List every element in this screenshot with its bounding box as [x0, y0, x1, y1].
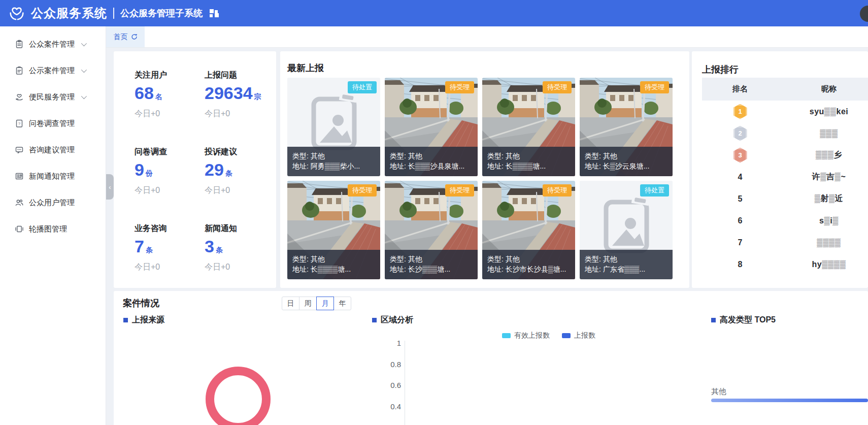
sidebar-menu-item[interactable]: 咨询建议管理: [0, 137, 106, 163]
stat-today-delta: 今日+0: [205, 185, 276, 196]
report-card[interactable]: 待处置 类型: 其他 地址: 广东省▒▒▒...: [580, 181, 673, 279]
y-tick-label: 1: [380, 339, 401, 347]
apps-grid-icon[interactable]: [210, 9, 218, 18]
menu-item-icon: [15, 224, 24, 234]
period-button[interactable]: 年: [333, 297, 351, 310]
report-card[interactable]: 待受理 类型: 其他 地址: 长▒▒▒沙县泉塘...: [385, 78, 478, 176]
app-sub-title: 公众服务管理子系统: [120, 7, 203, 19]
menu-item-label: 咨询建议管理: [29, 145, 75, 155]
legend-item[interactable]: 有效上报数: [502, 331, 550, 340]
stat-card: 新闻通知 3条 今日+0: [205, 223, 276, 273]
stat-card: 上报问题 29634宗 今日+0: [205, 70, 276, 119]
report-card[interactable]: 待受理 类型: 其他 地址: 长沙市长沙县▒塘...: [482, 181, 575, 279]
medal-bronze-icon: 3: [733, 148, 747, 163]
ranking-row[interactable]: 3 ▒▒▒乡: [702, 144, 868, 166]
stat-label: 业务咨询: [135, 223, 205, 234]
sidebar-collapse-handle[interactable]: ‹: [106, 174, 114, 200]
nickname-cell: syu▒▒kei: [778, 107, 868, 116]
sidebar-menu-item[interactable]: 公众用户管理: [0, 189, 106, 216]
stat-today-delta: 今日+0: [135, 185, 205, 196]
report-source-donut-chart: [206, 367, 271, 425]
stat-card: 关注用户 68名 今日+0: [135, 70, 205, 119]
region-chart-y-axis: [405, 341, 405, 425]
rank-cell: 5: [702, 194, 778, 204]
bullet-icon: [711, 318, 716, 322]
stat-today-delta: 今日+0: [205, 262, 276, 273]
nickname-cell: s▒i▒: [778, 216, 868, 225]
top5-category-label: 其他: [711, 387, 726, 397]
ranking-col-rank: 排名: [702, 84, 778, 94]
ranking-row[interactable]: 5 ▒射▒近: [702, 188, 868, 210]
status-badge: 待受理: [543, 184, 572, 197]
cases-panel: 案件情况 日周月年 上报来源 区域分析 有效上报数上报数 10.80.60.40…: [114, 291, 868, 425]
period-button[interactable]: 月: [316, 297, 334, 310]
refresh-icon[interactable]: [131, 34, 138, 40]
sidebar: 公众案件管理 公示案件管理 便民服务管理 问卷调查管理 咨询建议管理 新闻通知管…: [0, 26, 106, 425]
sidebar-menu-item[interactable]: 轮播图管理: [0, 216, 106, 242]
ranking-row[interactable]: 7 ▒▒▒▒: [702, 232, 868, 253]
menu-item-label: 公众案件管理: [29, 40, 75, 49]
y-tick-label: 0.2: [380, 423, 401, 425]
report-card-info: 类型: 其他 地址: 阿勇▒▒▒柴小...: [287, 147, 380, 176]
y-tick-label: 0.6: [380, 381, 401, 389]
chevron-down-icon: [81, 41, 87, 46]
ranking-row[interactable]: 8 hy▒▒▒▒: [702, 253, 868, 275]
y-tick-label: 0.4: [380, 402, 401, 411]
sidebar-menu-item[interactable]: 公众案件管理: [0, 31, 106, 57]
latest-reports-title: 最新上报: [287, 62, 324, 74]
stat-label: 关注用户: [135, 70, 205, 81]
medal-silver-icon: 2: [733, 126, 747, 141]
report-card-info: 类型: 其他 地址: 长沙市长沙县▒塘...: [482, 250, 575, 279]
nickname-cell: 许▒吉▒~: [778, 172, 868, 182]
tab-home[interactable]: 首页: [106, 26, 145, 47]
rank-cell: 6: [702, 216, 778, 225]
menu-item-label: 公示案件管理: [29, 66, 75, 76]
ranking-row[interactable]: 1 syu▒▒kei: [702, 101, 868, 122]
nickname-cell: ▒▒▒▒: [778, 238, 868, 247]
menu-item-label: 公众用户管理: [29, 198, 75, 208]
menu-item-icon: [15, 66, 24, 75]
report-card[interactable]: 待受理 类型: 其他 地址: 长▒▒▒▒塘...: [482, 78, 575, 176]
avatar[interactable]: [860, 6, 868, 22]
menu-item-label: 新闻通知管理: [29, 172, 75, 181]
sidebar-menu-item[interactable]: 新闻通知管理: [0, 163, 106, 189]
stat-value: 9份: [135, 160, 205, 183]
sidebar-menu-item[interactable]: 公示案件管理: [0, 57, 106, 84]
period-button[interactable]: 周: [299, 297, 317, 310]
report-card[interactable]: 待受理 类型: 其他 地址: 长▒沙云泉塘...: [580, 78, 673, 176]
report-card[interactable]: 待受理 类型: 其他 地址: 长▒▒▒▒塘...: [287, 181, 380, 279]
status-badge: 待受理: [640, 81, 669, 93]
stat-label: 投诉建议: [205, 147, 276, 157]
nickname-cell: ▒▒▒乡: [778, 150, 868, 160]
menu-item-label: 轮播图管理: [29, 224, 67, 234]
ranking-row[interactable]: 2 ▒▒▒: [702, 122, 868, 144]
report-card-info: 类型: 其他 地址: 广东省▒▒▒...: [580, 250, 673, 279]
menu-item-label: 便民服务管理: [29, 92, 75, 102]
rank-cell: 1: [702, 104, 778, 119]
stat-card: 问卷调查 9份 今日+0: [135, 147, 205, 196]
main-content: 关注用户 68名 今日+0 上报问题 29634宗 今日+0 问卷调查 9份 今…: [106, 48, 868, 425]
report-card[interactable]: 待受理 类型: 其他 地址: 长沙▒▒▒塘...: [385, 181, 478, 279]
period-button[interactable]: 日: [282, 297, 299, 310]
status-badge: 待受理: [445, 184, 474, 197]
status-badge: 待处置: [640, 184, 669, 197]
ranking-row[interactable]: 4 许▒吉▒~: [702, 166, 868, 188]
menu-item-icon: [15, 119, 24, 128]
legend-swatch-icon: [562, 333, 571, 338]
sidebar-menu: 公众案件管理 公示案件管理 便民服务管理 问卷调查管理 咨询建议管理 新闻通知管…: [0, 31, 106, 242]
ranking-panel: 上报排行 排名 昵称 1 syu▒▒kei 2 ▒▒▒ 3 ▒▒▒乡 4 许▒吉…: [692, 51, 868, 288]
ranking-title: 上报排行: [702, 63, 739, 76]
ranking-table-body: 1 syu▒▒kei 2 ▒▒▒ 3 ▒▒▒乡 4 许▒吉▒~ 5 ▒射▒近 6…: [702, 101, 868, 275]
sidebar-menu-item[interactable]: 问卷调查管理: [0, 110, 106, 137]
ranking-row[interactable]: 6 s▒i▒: [702, 210, 868, 232]
medal-gold-icon: 1: [733, 104, 747, 119]
report-card[interactable]: 待处置 类型: 其他 地址: 阿勇▒▒▒柴小...: [287, 78, 380, 176]
status-badge: 待受理: [445, 81, 474, 93]
title-divider: [113, 8, 114, 19]
rank-cell: 8: [702, 260, 778, 269]
legend-item[interactable]: 上报数: [562, 331, 595, 340]
period-toggle: 日周月年: [282, 297, 351, 310]
report-card-info: 类型: 其他 地址: 长▒▒▒▒塘...: [482, 147, 575, 176]
app-header: 公众服务系统 公众服务管理子系统: [0, 0, 868, 26]
sidebar-menu-item[interactable]: 便民服务管理: [0, 84, 106, 110]
